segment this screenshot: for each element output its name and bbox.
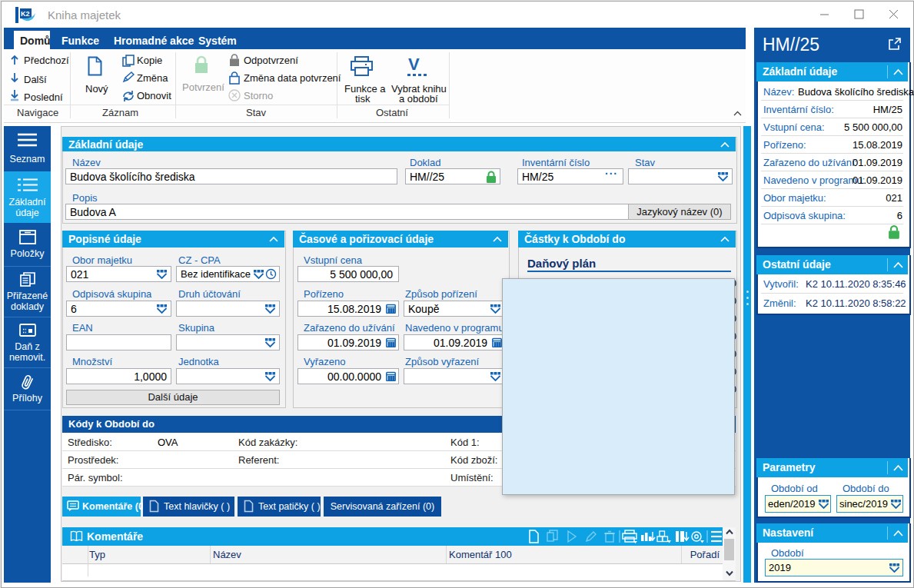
svg-text:K2: K2 (21, 10, 30, 18)
